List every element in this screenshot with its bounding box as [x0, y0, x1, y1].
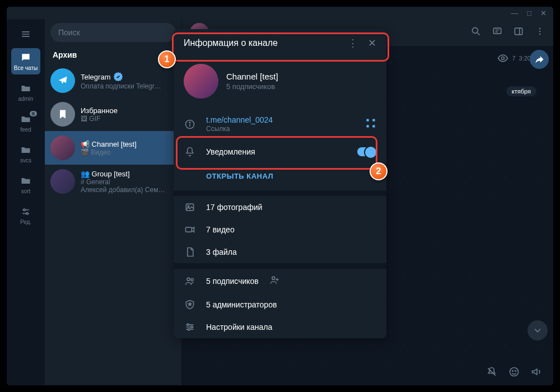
svg-point-45: [188, 329, 190, 330]
notifications-label: Уведомления: [206, 147, 347, 156]
panel-notifications-row[interactable]: Уведомления: [174, 139, 386, 164]
svg-rect-12: [493, 28, 501, 34]
notifications-toggle[interactable]: [357, 147, 376, 156]
hamburger-menu[interactable]: [11, 25, 40, 44]
panel-settings-row[interactable]: Настройки канала: [174, 316, 386, 338]
folder-label: feed: [20, 127, 31, 133]
panel-photos-row[interactable]: 17 фотографий: [174, 196, 386, 218]
verified-icon: [113, 71, 124, 82]
svg-rect-31: [372, 125, 375, 127]
chat-subtitle: 🖼 GIF: [81, 115, 176, 123]
sidebar-toggle-icon[interactable]: [513, 26, 524, 39]
svg-point-22: [510, 368, 519, 376]
titlebar: — □ ✕: [7, 7, 553, 19]
folder-sort[interactable]: sort: [11, 171, 40, 198]
chat-title: Избранное: [81, 106, 176, 115]
svg-point-18: [539, 31, 541, 32]
svg-point-23: [512, 371, 514, 372]
shield-icon: [184, 299, 196, 310]
chat-title: 👥 Group [test]: [81, 170, 176, 178]
chat-subtitle: # General: [81, 178, 176, 186]
chats-icon: [20, 52, 32, 64]
avatar: [50, 102, 75, 127]
svg-point-9: [26, 213, 28, 214]
add-user-icon[interactable]: [269, 274, 280, 288]
message-meta: 7 3:20: [497, 53, 531, 64]
people-icon: [184, 276, 196, 287]
panel-profile[interactable]: Channel [test] 5 подписчиков: [174, 57, 386, 109]
svg-rect-34: [186, 227, 192, 232]
chat-item-channel[interactable]: 📢 Channel [test] 🎬 Видео: [45, 131, 181, 165]
files-count: 3 файла: [206, 248, 237, 256]
close-window-button[interactable]: ✕: [540, 9, 547, 17]
folders-sidebar: Все чаты admin 6 feed svcs sort Ред.: [7, 19, 45, 385]
chat-subtitle: Оплата подписки Telegr…: [81, 82, 176, 90]
open-channel-button[interactable]: ОТКРЫТЬ КАНАЛ: [174, 164, 386, 190]
minimize-button[interactable]: —: [511, 9, 518, 17]
svg-point-35: [187, 278, 190, 281]
chat-item-group[interactable]: 👥 Group [test] # General Алексей добавил…: [45, 165, 181, 198]
panel-subscribers-row[interactable]: 5 подписчиков: [174, 269, 386, 293]
svg-point-37: [272, 277, 275, 279]
folder-edit[interactable]: Ред.: [11, 202, 40, 228]
chat-item-telegram[interactable]: Telegram Оплата подписки Telegr…: [45, 64, 181, 97]
share-button[interactable]: [530, 50, 549, 69]
sliders-icon: [184, 321, 196, 333]
search-input[interactable]: [50, 23, 176, 42]
svg-point-19: [539, 34, 541, 35]
panel-channel-name: Channel [test]: [226, 72, 278, 81]
folder-label: sort: [21, 188, 31, 194]
search-icon[interactable]: [470, 26, 482, 39]
comments-icon[interactable]: [492, 26, 503, 39]
panel-link-row[interactable]: t.me/channel_0024 Ссылка: [174, 109, 386, 139]
folder-all-chats[interactable]: Все чаты: [11, 48, 40, 74]
folder-svcs[interactable]: svcs: [11, 141, 40, 167]
chat-item-saved[interactable]: Избранное 🖼 GIF: [45, 97, 181, 131]
photo-icon: [184, 202, 196, 213]
broadcast-icon[interactable]: [531, 366, 542, 380]
svg-point-4: [26, 57, 27, 58]
folder-label: Ред.: [20, 219, 31, 225]
mute-icon[interactable]: [486, 366, 497, 380]
folder-icon: [20, 144, 32, 156]
folder-feed[interactable]: 6 feed: [11, 110, 40, 136]
svg-point-27: [189, 122, 190, 123]
settings-sliders-icon: [20, 206, 32, 218]
channel-settings-label: Настройки канала: [206, 323, 272, 332]
svg-rect-15: [515, 28, 522, 35]
chat-list: Архив Telegram Оплата подписки Telegr… И…: [45, 19, 182, 385]
panel-close-icon[interactable]: ✕: [368, 37, 376, 49]
search-bar: [45, 19, 181, 46]
panel-files-row[interactable]: 3 файла: [174, 241, 386, 263]
svg-point-17: [539, 28, 541, 30]
panel-videos-row[interactable]: 7 видео: [174, 218, 386, 241]
qr-icon[interactable]: [365, 118, 376, 131]
date-pill: ктября: [506, 86, 536, 96]
panel-header: Информация о канале ⋮ ✕: [174, 29, 386, 57]
panel-more-icon[interactable]: ⋮: [348, 37, 358, 49]
maximize-button[interactable]: □: [527, 9, 531, 17]
svg-point-3: [24, 57, 25, 58]
photos-count: 17 фотографий: [206, 203, 262, 212]
file-icon: [184, 246, 196, 258]
avatar: [50, 68, 75, 93]
footer-actions: [486, 366, 542, 380]
bell-icon: [184, 146, 196, 157]
svg-point-5: [27, 57, 29, 58]
archive-header[interactable]: Архив: [45, 46, 181, 64]
avatar: [50, 136, 75, 160]
eye-icon: [497, 53, 508, 64]
info-icon: [184, 119, 196, 130]
menu-icon: [20, 28, 32, 40]
folder-admin[interactable]: admin: [11, 79, 40, 105]
chat-title: Telegram: [81, 73, 110, 81]
admins-count: 5 администраторов: [206, 300, 277, 309]
svg-rect-30: [367, 125, 369, 127]
panel-admins-row[interactable]: 5 администраторов: [174, 293, 386, 316]
scroll-down-button[interactable]: [528, 320, 548, 340]
panel-members-count: 5 подписчиков: [226, 82, 278, 91]
more-icon[interactable]: [534, 26, 545, 39]
link-label: Ссылка: [206, 125, 355, 133]
emoji-icon[interactable]: [508, 366, 520, 380]
svg-point-43: [191, 326, 193, 328]
